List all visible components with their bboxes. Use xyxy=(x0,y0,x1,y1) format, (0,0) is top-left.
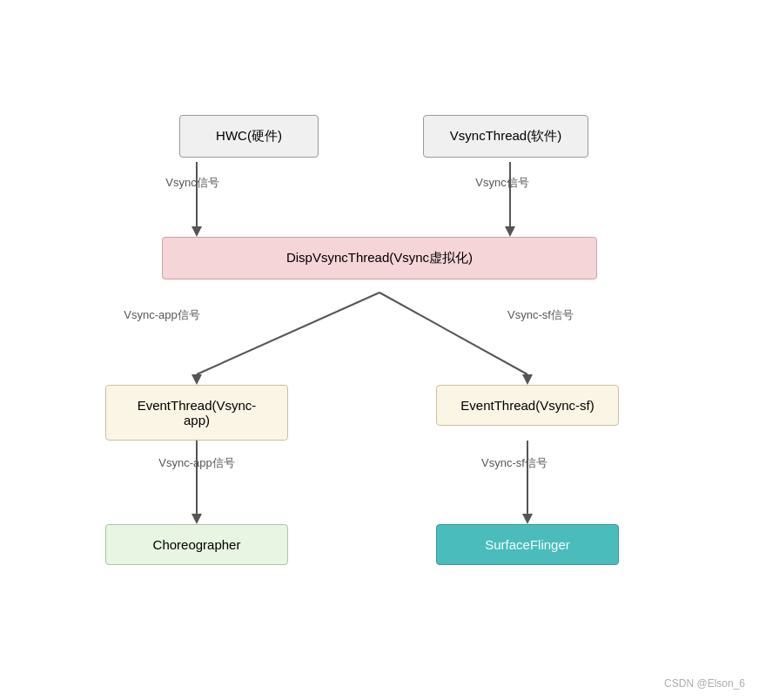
vsyncthread-box: VsyncThread(软件) xyxy=(423,115,588,162)
diagram-container: HWC(硬件) VsyncThread(软件) Vsync信号 Vsync信号 … xyxy=(40,98,719,602)
vsyncthread-label: VsyncThread(软件) xyxy=(450,128,561,143)
disp-box: DispVsyncThread(Vsync虚拟化) xyxy=(162,237,597,284)
eventapp-box: EventThread(Vsync-app) xyxy=(105,385,288,432)
disp-label: DispVsyncThread(Vsync虚拟化) xyxy=(286,250,473,265)
vsync-label-2: Vsync信号 xyxy=(437,174,568,191)
eventsf-box: EventThread(Vsync-sf) xyxy=(436,385,619,432)
vsync-label-1: Vsync信号 xyxy=(136,174,249,191)
surface-label: SurfaceFlinger xyxy=(485,537,570,552)
vsyncapp-label-2: Vsync-app信号 xyxy=(123,454,271,471)
watermark: CSDN @Elson_6 xyxy=(664,677,745,690)
vsyncapp-label-1: Vsync-app信号 xyxy=(92,306,232,323)
surface-box: SurfaceFlinger xyxy=(436,524,619,571)
vsyncsf-label-2: Vsync-sf信号 xyxy=(445,454,584,471)
eventapp-label: EventThread(Vsync-app) xyxy=(138,398,257,427)
choreo-box: Choreographer xyxy=(105,524,288,571)
choreo-label: Choreographer xyxy=(153,537,241,552)
vsyncsf-label-1: Vsync-sf信号 xyxy=(475,306,606,323)
hwc-box: HWC(硬件) xyxy=(127,115,266,162)
hwc-label: HWC(硬件) xyxy=(216,128,282,143)
eventsf-label: EventThread(Vsync-sf) xyxy=(460,398,594,413)
